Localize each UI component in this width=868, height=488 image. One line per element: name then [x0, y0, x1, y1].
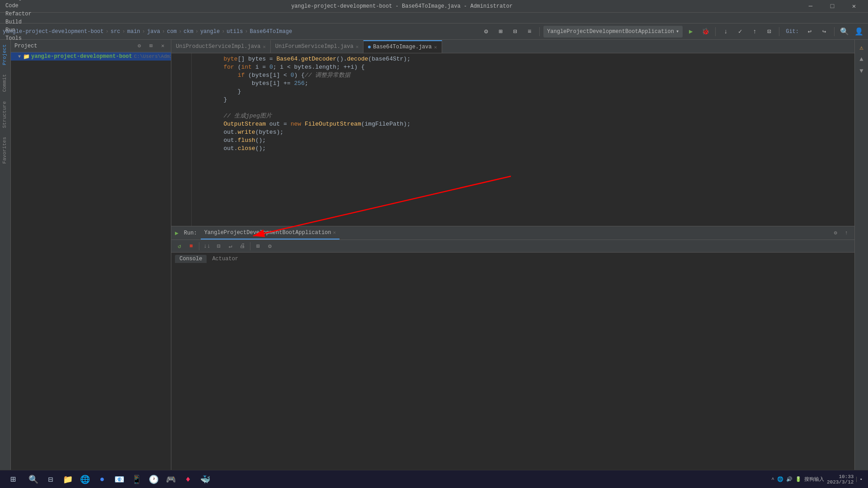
print-btn[interactable]: 🖨: [237, 241, 248, 251]
clock-btn[interactable]: 🕐: [146, 471, 162, 488]
window-title: yangle-project-development-boot - Base64…: [4, 3, 800, 9]
network-icon[interactable]: 🌐: [777, 476, 783, 482]
nav-expand-btn[interactable]: ⊞: [494, 26, 507, 38]
actuator-subtab[interactable]: Actuator: [208, 255, 243, 263]
breadcrumb-item-2[interactable]: main: [127, 28, 140, 35]
battery-icon[interactable]: 🔋: [795, 476, 802, 482]
taskbar: ⊞ 🔍 ⊟ 📁 🌐 ● 📧 📱 🕐 🎮 ♦ 🐳 ^ 🌐 🔊 🔋 搜狗输入 10:…: [0, 470, 868, 488]
project-panel: Project ⚙ ⊞ ✕ ▼ 📁 yangle-project-develop…: [11, 40, 171, 470]
code-line: }: [195, 96, 851, 104]
filter-btn[interactable]: ⊟: [213, 241, 224, 251]
console-subtab[interactable]: Console: [175, 255, 207, 263]
modified-indicator: [368, 46, 371, 48]
breadcrumb-item-1[interactable]: src: [110, 28, 120, 35]
phone-btn[interactable]: 📱: [128, 471, 145, 488]
nav-config-btn[interactable]: ≡: [523, 26, 536, 38]
notifications-icon[interactable]: ⚠: [856, 42, 868, 53]
project-panel-settings[interactable]: ⚙: [135, 42, 144, 51]
code-line: OutputStream out = new FileOutputStream(…: [195, 120, 851, 128]
project-panel-layout[interactable]: ⊞: [146, 42, 156, 51]
breadcrumb-item-7[interactable]: utils: [226, 28, 243, 35]
breadcrumb: yangle-project-development-boot›src›main…: [3, 28, 292, 35]
docker-btn[interactable]: 🐳: [197, 471, 213, 488]
undo-btn[interactable]: ↩: [803, 26, 816, 38]
git-update-btn[interactable]: ↓: [719, 26, 732, 38]
soft-wrap-btn[interactable]: ↵: [225, 241, 236, 251]
search-everywhere-btn[interactable]: 🔍: [838, 26, 851, 38]
file-explorer-btn[interactable]: 📁: [60, 471, 76, 488]
menu-code[interactable]: Code: [2, 2, 35, 10]
show-desktop-btn[interactable]: ▪: [856, 477, 863, 482]
menu-build[interactable]: Build: [2, 18, 35, 26]
bottom-panel-settings[interactable]: ⚙: [831, 229, 840, 238]
code-line: out.write(bytes);: [195, 128, 851, 136]
games-btn[interactable]: 🎮: [163, 471, 179, 488]
commit-tab[interactable]: Commit: [0, 70, 10, 97]
settings-btn[interactable]: ⚙: [264, 241, 275, 251]
root-path: C:\Users\Administrator\Desk: [134, 54, 171, 59]
git-history-btn[interactable]: ⊡: [763, 26, 775, 38]
start-button[interactable]: ⊞: [2, 471, 24, 488]
nav-collapse-btn[interactable]: ⊟: [509, 26, 521, 38]
bottom-panel-toggle[interactable]: ↑: [842, 229, 851, 238]
scroll-up-icon[interactable]: ▲: [856, 53, 868, 65]
console-output[interactable]: [171, 265, 854, 470]
maximize-button[interactable]: □: [822, 0, 843, 13]
close-button[interactable]: ✕: [844, 0, 864, 13]
run-toolbar: ↺ ■ ↓↓ ⊟ ↵ 🖨 ⊞ ⚙: [171, 240, 854, 253]
system-clock[interactable]: 10:33 2023/3/12: [827, 474, 854, 485]
nav-settings-btn[interactable]: ⚙: [480, 26, 492, 38]
clock-time: 10:33: [827, 474, 854, 479]
run-tab-close-icon[interactable]: ✕: [333, 230, 336, 235]
intellij-btn[interactable]: ♦: [180, 471, 196, 488]
code-content[interactable]: byte[] bytes = Base64.getDecoder().decod…: [192, 53, 854, 226]
run-toolbar-sep: [199, 242, 199, 250]
bottom-panel-tabs: ▶ Run: YangleProjectDevelopmentBootAppli…: [171, 226, 854, 240]
breadcrumb-item-4[interactable]: com: [167, 28, 177, 35]
nav-bar: yangle-project-development-boot›src›main…: [0, 23, 868, 40]
ime-label[interactable]: 搜狗输入: [804, 476, 824, 483]
restart-btn[interactable]: ↺: [174, 241, 185, 251]
mail-btn[interactable]: 📧: [111, 471, 127, 488]
run-config-label: YangleProjectDevelopmentBootApplication: [547, 28, 674, 35]
run-tab-label[interactable]: Run:: [182, 230, 199, 236]
git-commit-btn[interactable]: ✓: [734, 26, 746, 38]
fold-btn[interactable]: ⊞: [253, 241, 264, 251]
project-panel-close[interactable]: ✕: [158, 42, 167, 51]
edge-btn[interactable]: 🌐: [77, 471, 93, 488]
run-button[interactable]: ▶: [684, 26, 697, 38]
tree-root[interactable]: ▼ 📁 yangle-project-development-boot C:\U…: [11, 52, 171, 61]
menu-refactor[interactable]: Refactor: [2, 10, 35, 18]
tab-close-0[interactable]: ✕: [263, 44, 266, 50]
tray-chevron-icon[interactable]: ^: [771, 477, 774, 482]
breadcrumb-item-8[interactable]: Base64ToImage: [250, 28, 292, 35]
search-taskbar-btn[interactable]: 🔍: [25, 471, 42, 488]
project-tree: ▼ 📁 yangle-project-development-boot C:\U…: [11, 52, 171, 470]
breadcrumb-item-5[interactable]: ckm: [184, 28, 193, 35]
structure-tab[interactable]: Structure: [0, 97, 10, 132]
favorites-tab[interactable]: Favorites: [0, 132, 10, 168]
git-push-btn[interactable]: ↑: [748, 26, 761, 38]
breadcrumb-item-6[interactable]: yangle: [200, 28, 220, 35]
redo-btn[interactable]: ↪: [818, 26, 830, 38]
task-view-btn[interactable]: ⊟: [42, 471, 59, 488]
scroll-down-icon[interactable]: ▼: [856, 65, 868, 77]
editor-tab-2[interactable]: Base64ToImage.java✕: [363, 40, 442, 53]
breadcrumb-item-3[interactable]: java: [147, 28, 160, 35]
tab-close-2[interactable]: ✕: [434, 44, 437, 50]
debug-button[interactable]: 🐞: [699, 26, 712, 38]
project-tab[interactable]: Project: [0, 40, 10, 70]
stop-btn[interactable]: ■: [186, 241, 197, 251]
chrome-btn[interactable]: ●: [94, 471, 110, 488]
editor-tab-0[interactable]: UniProductServiceImpl.java✕: [171, 40, 271, 53]
run-configuration[interactable]: YangleProjectDevelopmentBootApplication …: [543, 26, 683, 38]
volume-icon[interactable]: 🔊: [786, 476, 793, 482]
editor-tab-1[interactable]: UniForumServiceImpl.java✕: [271, 40, 363, 53]
run-tab[interactable]: YangleProjectDevelopmentBootApplication …: [201, 227, 340, 239]
breadcrumb-item-0[interactable]: yangle-project-development-boot: [3, 28, 104, 35]
scroll-end-btn[interactable]: ↓↓: [202, 241, 212, 251]
minimize-button[interactable]: ─: [800, 0, 821, 13]
tab-close-1[interactable]: ✕: [356, 44, 359, 50]
user-avatar[interactable]: 👤: [853, 26, 865, 38]
nav-separator-1: [539, 27, 540, 36]
